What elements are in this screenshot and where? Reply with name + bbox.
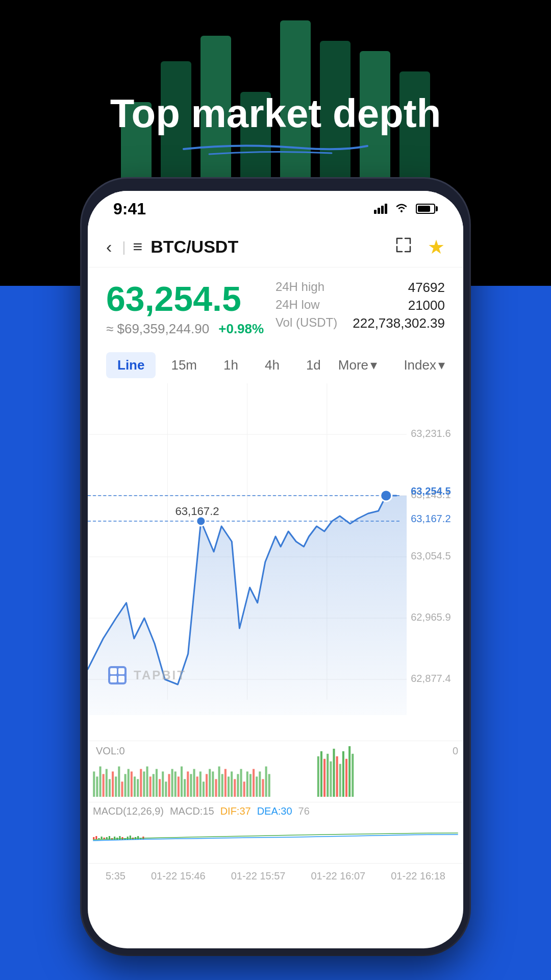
low-label: 24H low	[276, 298, 320, 313]
svg-text:63,254.5: 63,254.5	[411, 485, 450, 497]
tab-more[interactable]: More ▾	[338, 357, 377, 373]
time-label-1: 01-22 15:46	[151, 870, 206, 882]
svg-rect-49	[181, 766, 183, 797]
svg-rect-86	[342, 751, 344, 797]
svg-rect-44	[165, 781, 167, 797]
vol-label: Vol (USDT)	[276, 315, 337, 331]
svg-rect-41	[156, 769, 158, 797]
svg-rect-83	[333, 749, 335, 797]
svg-rect-85	[339, 764, 341, 796]
svg-rect-40	[153, 774, 155, 797]
svg-rect-43	[162, 771, 164, 797]
chart-tabs: Line 15m 1h 4h 1d More ▾ Index ▾	[88, 345, 463, 383]
vol-label: VOL:0	[96, 745, 125, 757]
svg-text:63,167.2: 63,167.2	[175, 505, 219, 518]
chart-area[interactable]: 63,231.6 63,143.1 63,054.5 62,965.9 62,8…	[88, 383, 463, 741]
nav-bar: ‹ | ≡ BTC/USDT ★	[88, 227, 463, 267]
svg-rect-73	[256, 776, 258, 797]
time-label-2: 01-22 15:57	[231, 870, 286, 882]
tab-4h[interactable]: 4h	[254, 352, 291, 378]
tab-1h[interactable]: 1h	[212, 352, 249, 378]
price-change: +0.98%	[218, 321, 264, 337]
tab-15m[interactable]: 15m	[160, 352, 208, 378]
price-left: 63,254.5 ≈ $69,359,244.90 +0.98%	[106, 280, 264, 337]
svg-text:63,167.2: 63,167.2	[411, 513, 450, 524]
phone-screen: 9:41	[88, 191, 463, 948]
index-chevron-icon: ▾	[438, 357, 445, 373]
svg-rect-67	[237, 774, 239, 797]
svg-rect-36	[140, 769, 142, 797]
svg-rect-52	[190, 774, 192, 797]
svg-rect-28	[115, 776, 117, 797]
price-section: 63,254.5 ≈ $69,359,244.90 +0.98% 24H hig…	[88, 267, 463, 345]
status-icons	[374, 202, 438, 216]
favorite-button[interactable]: ★	[428, 236, 445, 258]
svg-text:63,231.6: 63,231.6	[411, 428, 450, 439]
svg-rect-62	[221, 774, 223, 797]
status-time: 9:41	[113, 200, 146, 218]
svg-rect-76	[265, 766, 267, 797]
wifi-icon	[394, 202, 409, 216]
svg-rect-69	[243, 781, 245, 797]
back-button[interactable]: ‹	[106, 237, 112, 257]
svg-rect-48	[178, 776, 180, 797]
svg-rect-58	[209, 769, 211, 797]
hero-section: Top market depth	[0, 92, 551, 157]
svg-rect-61	[218, 766, 220, 797]
macd-chart-svg	[88, 817, 463, 863]
svg-rect-50	[184, 779, 186, 797]
vol-value: 222,738,302.39	[353, 315, 445, 331]
svg-rect-25	[106, 769, 108, 797]
price-sub: ≈ $69,359,244.90 +0.98%	[106, 321, 264, 337]
time-label-0: 5:35	[106, 870, 126, 882]
svg-rect-46	[171, 769, 173, 797]
stat-vol: Vol (USDT) 222,738,302.39	[276, 315, 445, 331]
more-label: More	[338, 357, 368, 373]
hero-underline-svg	[168, 139, 383, 157]
svg-rect-33	[131, 771, 133, 797]
svg-rect-51	[187, 771, 189, 797]
hero-title: Top market depth	[0, 92, 551, 136]
svg-rect-75	[262, 779, 264, 797]
svg-rect-87	[345, 759, 347, 797]
svg-rect-70	[246, 771, 248, 797]
price-stats: 24H high 47692 24H low 21000 Vol (USDT) …	[276, 280, 445, 333]
macd-dea: DEA:30	[257, 805, 292, 817]
svg-text:62,965.9: 62,965.9	[411, 611, 450, 623]
svg-rect-31	[124, 774, 127, 797]
svg-rect-78	[317, 756, 319, 797]
volume-section: VOL:0 0	[88, 741, 463, 802]
tab-index[interactable]: Index ▾	[404, 357, 445, 373]
price-main: 63,254.5	[106, 280, 264, 318]
watermark: TAPBIT	[108, 666, 186, 684]
tab-line[interactable]: Line	[106, 352, 156, 378]
svg-rect-21	[93, 771, 95, 797]
svg-rect-22	[96, 776, 98, 797]
svg-text:62,877.4: 62,877.4	[411, 673, 450, 684]
svg-rect-91	[95, 836, 97, 840]
macd-dif: DIF:37	[220, 805, 251, 817]
svg-rect-89	[352, 754, 354, 797]
svg-rect-57	[206, 774, 208, 797]
menu-button[interactable]: ≡	[133, 237, 143, 256]
time-label-3: 01-22 16:07	[311, 870, 365, 882]
svg-rect-27	[112, 771, 114, 797]
svg-rect-23	[99, 766, 101, 797]
svg-rect-72	[253, 769, 255, 797]
svg-rect-34	[134, 776, 136, 797]
svg-rect-38	[146, 766, 148, 797]
tab-1d[interactable]: 1d	[295, 352, 332, 378]
time-axis: 5:35 01-22 15:46 01-22 15:57 01-22 16:07…	[88, 863, 463, 889]
price-row: 63,254.5 ≈ $69,359,244.90 +0.98% 24H hig…	[106, 280, 445, 337]
macd-val: MACD:15	[170, 805, 214, 817]
expand-button[interactable]	[395, 236, 412, 257]
svg-rect-55	[199, 771, 202, 797]
svg-rect-42	[159, 779, 161, 797]
svg-rect-24	[103, 774, 105, 797]
svg-rect-29	[118, 766, 120, 797]
volume-chart-svg	[88, 741, 463, 802]
svg-rect-59	[212, 771, 214, 797]
phone-frame: 9:41	[82, 179, 469, 954]
svg-rect-53	[193, 769, 195, 797]
watermark-text: TAPBIT	[134, 668, 186, 682]
